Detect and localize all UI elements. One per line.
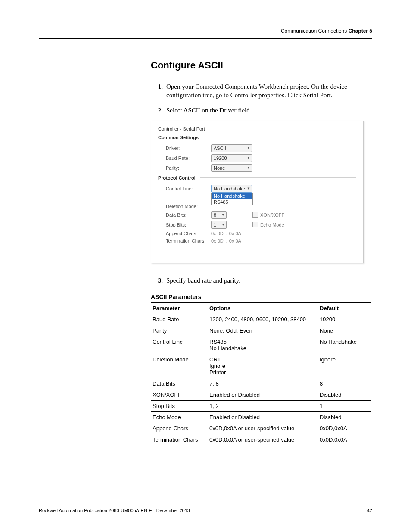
cell-options: RS485 No Handshake	[208, 336, 318, 354]
step-text: Select ASCII on the Driver field.	[166, 106, 372, 115]
cell-default: Disabled	[318, 412, 371, 423]
cell-options: 1, 2	[208, 401, 318, 412]
row-driver: Driver: ASCII ▼	[166, 144, 356, 152]
cell-parameter: Stop Bits	[151, 401, 208, 412]
step-number: 1.	[151, 82, 163, 100]
group-protocol-control: Protocol Control	[158, 175, 356, 180]
cell-default: 19200	[318, 314, 371, 325]
cell-parameter: Echo Mode	[151, 412, 208, 423]
page-title: Configure ASCII	[151, 60, 372, 71]
cell-options: Enabled or Disabled	[208, 389, 318, 401]
serial-port-screenshot: Controller - Serial Port Common Settings…	[151, 121, 364, 263]
table-row: Stop Bits1, 21	[151, 401, 371, 412]
row-baud: Baud Rate: 19200 ▼	[166, 154, 356, 162]
label-append: Append Chars:	[166, 231, 211, 236]
label-term: Termination Chars:	[166, 238, 215, 243]
chevron-down-icon: ▼	[247, 156, 250, 160]
cell-options: 7, 8	[208, 378, 318, 389]
cell-default: None	[318, 325, 371, 336]
table-row: Baud Rate1200, 2400, 4800, 9600, 19200, …	[151, 314, 371, 325]
running-header: Communication Connections Chapter 5	[39, 28, 372, 39]
header-chapter: Chapter 5	[349, 28, 372, 34]
cell-default: Ignore	[318, 354, 371, 378]
cell-default: No Handshake	[318, 336, 371, 354]
cell-default: 8	[318, 378, 371, 389]
append1-value: 0x 0D	[211, 231, 224, 236]
cell-parameter: Parity	[151, 325, 208, 336]
parity-select[interactable]: None ▼	[211, 164, 252, 172]
xon-xoff-checkbox[interactable]: XON/XOFF	[252, 212, 284, 218]
driver-select[interactable]: ASCII ▼	[211, 144, 252, 152]
data-bits-select[interactable]: 8 ▼	[211, 211, 227, 219]
row-append-chars: Append Chars: 0x 0D , 0x 0A	[166, 231, 356, 236]
term1-value: 0x 0D	[211, 238, 224, 243]
row-term-chars: Termination Chars: 0x 0D , 0x 0A	[166, 238, 356, 243]
cell-parameter: Deletion Mode	[151, 354, 208, 378]
row-parity: Parity: None ▼	[166, 164, 356, 172]
cell-options: None, Odd, Even	[208, 325, 318, 336]
cell-parameter: Append Chars	[151, 423, 208, 434]
echo-mode-label: Echo Mode	[260, 222, 284, 227]
cell-parameter: Termination Chars	[151, 434, 208, 445]
stop-bits-select[interactable]: 1 ▼	[211, 221, 227, 229]
group-common-settings: Common Settings	[158, 135, 356, 140]
step-number: 2.	[151, 106, 163, 115]
control-line-dropdown-list: No Handshake RS485	[211, 193, 253, 205]
th-parameter: Parameter	[151, 302, 208, 314]
header-section: Communication Connections	[281, 28, 347, 34]
comma: ,	[226, 238, 227, 243]
step-2: 2. Select ASCII on the Driver field.	[151, 106, 372, 115]
xon-xoff-label: XON/XOFF	[260, 212, 284, 218]
table-row: Echo ModeEnabled or DisabledDisabled	[151, 412, 371, 423]
cell-parameter: Control Line	[151, 336, 208, 354]
table-row: XON/XOFFEnabled or DisabledDisabled	[151, 389, 371, 401]
cell-default: Disabled	[318, 389, 371, 401]
cell-parameter: Baud Rate	[151, 314, 208, 325]
checkbox-icon	[252, 212, 258, 218]
footer-page-number: 47	[367, 508, 372, 513]
control-line-select[interactable]: No Handshake ▼	[211, 185, 252, 193]
append2-value: 0x 0A	[229, 231, 241, 236]
cell-default: 1	[318, 401, 371, 412]
term2-value: 0x 0A	[229, 238, 241, 243]
table-row: Data Bits7, 88	[151, 378, 371, 389]
echo-mode-checkbox[interactable]: Echo Mode	[252, 222, 284, 227]
cell-options: CRT Ignore Printer	[208, 354, 318, 378]
label-stop-bits: Stop Bits:	[166, 222, 211, 227]
table-row: Deletion ModeCRT Ignore PrinterIgnore	[151, 354, 371, 378]
table-row: Append Chars0x0D,0x0A or user-specified …	[151, 423, 371, 434]
chevron-down-icon: ▼	[247, 166, 250, 170]
label-deletion-mode: Deletion Mode:	[166, 204, 211, 209]
chevron-down-icon: ▼	[247, 146, 250, 150]
step-number: 3.	[151, 276, 163, 285]
label-control-line: Control Line:	[166, 186, 211, 191]
screenshot-title: Controller - Serial Port	[158, 126, 356, 131]
table-row: ParityNone, Odd, EvenNone	[151, 325, 371, 336]
label-baud: Baud Rate:	[166, 156, 211, 161]
cell-options: Enabled or Disabled	[208, 412, 318, 423]
th-default: Default	[318, 302, 371, 314]
cell-options: 0x0D,0x0A or user-specified value	[208, 434, 318, 445]
step-1: 1. Open your Connected Components Workbe…	[151, 82, 372, 100]
label-driver: Driver:	[166, 146, 211, 151]
cell-options: 0x0D,0x0A or user-specified value	[208, 423, 318, 434]
cell-default: 0x0D,0x0A	[318, 423, 371, 434]
page-footer: Rockwell Automation Publication 2080-UM0…	[39, 508, 372, 513]
comma: ,	[226, 231, 227, 236]
th-options: Options	[208, 302, 318, 314]
cell-parameter: XON/XOFF	[151, 389, 208, 401]
row-data-bits: Data Bits: 8 ▼ XON/XOFF	[166, 211, 356, 219]
label-parity: Parity:	[166, 165, 211, 171]
baud-select[interactable]: 19200 ▼	[211, 154, 252, 162]
cell-default: 0x0D,0x0A	[318, 434, 371, 445]
chevron-down-icon: ▼	[247, 187, 250, 190]
row-stop-bits: Stop Bits: 1 ▼ Echo Mode	[166, 221, 356, 229]
row-deletion-mode: Deletion Mode:	[166, 204, 356, 209]
dropdown-option-no-handshake[interactable]: No Handshake	[212, 193, 252, 199]
footer-publication: Rockwell Automation Publication 2080-UM0…	[39, 508, 190, 513]
table-row: Termination Chars0x0D,0x0A or user-speci…	[151, 434, 371, 445]
cell-options: 1200, 2400, 4800, 9600, 19200, 38400	[208, 314, 318, 325]
dropdown-option-rs485[interactable]: RS485	[212, 199, 252, 205]
ascii-parameters-table: Parameter Options Default Baud Rate1200,…	[151, 302, 371, 445]
row-control-line: Control Line: No Handshake ▼ No Handshak…	[166, 185, 356, 193]
